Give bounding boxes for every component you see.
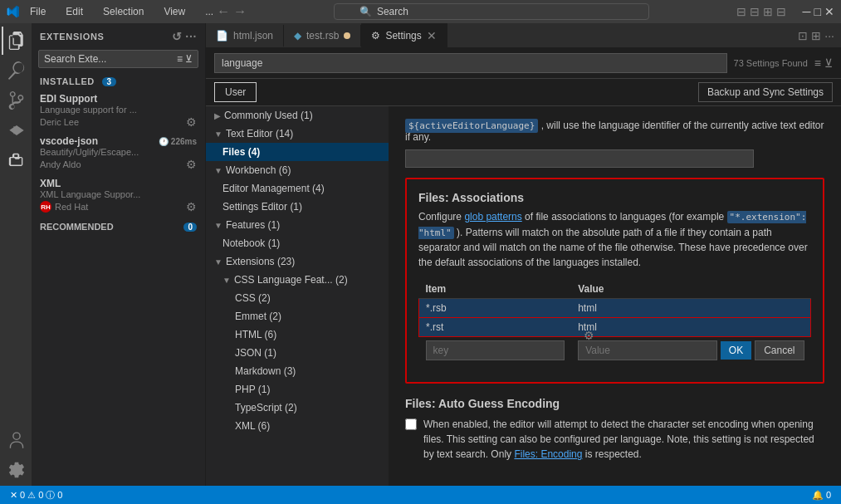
sidebar-more-icon[interactable]: ··· [185, 30, 197, 43]
vscode-logo [7, 5, 20, 18]
auto-guess-end: is respected. [585, 448, 642, 460]
nav-settings-editor[interactable]: Settings Editor (1) [206, 198, 389, 216]
assoc-row-rsb[interactable]: *.rsb html [419, 299, 811, 318]
menu-selection[interactable]: Selection [100, 4, 147, 19]
activity-search[interactable] [2, 56, 30, 85]
window-icon-1: ⊟ [736, 5, 746, 18]
settings-tab-user[interactable]: User [214, 82, 257, 102]
nav-css-features[interactable]: ▼ CSS Language Feat... (2) [206, 271, 389, 289]
nav-files-label: Files (4) [222, 146, 260, 158]
setting-gear-icon[interactable]: ⚙ [584, 329, 594, 342]
nav-notebook[interactable]: Notebook (1) [206, 234, 389, 252]
search-placeholder: Search Exte... [44, 53, 106, 65]
window-icon-2: ⊟ [750, 5, 760, 18]
nav-css[interactable]: CSS (2) [206, 289, 389, 307]
settings-filter-icon[interactable]: ≡ [814, 56, 821, 70]
activity-explorer[interactable] [2, 27, 30, 55]
file-assoc-desc-mid: of file associations to languages (for e… [525, 211, 726, 223]
ext-item-edi[interactable]: EDI Support Language support for ... Der… [32, 90, 205, 132]
edi-meta: Deric Lee ⚙ [40, 115, 197, 129]
warning-icon: ⚠ [27, 490, 36, 501]
status-notifications[interactable]: 🔔 0 [809, 490, 834, 501]
xml-info: XML XML Language Suppor... RH Red Hat ⚙ [40, 178, 197, 213]
nav-settings-editor-label: Settings Editor (1) [222, 201, 302, 213]
nav-php[interactable]: PHP (1) [206, 380, 389, 399]
maximize-btn[interactable]: □ [814, 5, 821, 18]
ext-item-vscode-json[interactable]: vscode-json 🕐 226ms Beautify/Uglify/Esca… [32, 132, 205, 174]
unsaved-dot [344, 32, 350, 39]
glob-patterns-link[interactable]: glob patterns [464, 211, 521, 223]
cancel-button[interactable]: Cancel [755, 340, 804, 360]
activity-account[interactable] [2, 426, 30, 454]
refresh-icon[interactable]: ↺ [172, 30, 183, 43]
menu-file[interactable]: File [27, 4, 49, 19]
files-encoding-link[interactable]: Files: Encoding [514, 448, 582, 460]
back-arrow[interactable]: ← [217, 4, 230, 19]
xml-gear[interactable]: ⚙ [186, 200, 197, 213]
activity-extensions[interactable] [2, 146, 30, 174]
activity-settings[interactable] [2, 456, 30, 484]
edi-gear[interactable]: ⚙ [186, 115, 197, 129]
file-assoc-desc: Configure glob patterns of file associat… [418, 209, 811, 270]
minimize-btn[interactable]: ─ [803, 5, 811, 18]
sidebar-search: Search Exte... ≡ ⊻ [32, 46, 205, 71]
chevron-right-icon: ▶ [214, 111, 221, 120]
menu-view[interactable]: View [160, 4, 188, 19]
nav-features[interactable]: ▼ Features (1) [206, 216, 389, 234]
col-item-header: Item [419, 280, 572, 299]
xml-desc: XML Language Suppor... [40, 189, 156, 199]
clear-search-icon[interactable]: ≡ [177, 53, 183, 65]
split-editor-icon[interactable]: ⊡ [798, 29, 808, 42]
status-bar: ✕ 0 ⚠ 0 ⓘ 0 🔔 0 [0, 486, 841, 504]
nav-json[interactable]: JSON (1) [206, 344, 389, 362]
auto-guess-checkbox[interactable] [405, 418, 417, 430]
settings-sort-icon[interactable]: ⊻ [824, 56, 833, 70]
nav-emmet[interactable]: Emmet (2) [206, 307, 389, 325]
tab-settings[interactable]: ⚙ Settings ✕ [361, 23, 447, 47]
nav-editor-management[interactable]: Editor Management (4) [206, 179, 389, 198]
assoc-item-rst: *.rst [419, 318, 572, 337]
menu-edit[interactable]: Edit [62, 4, 86, 19]
assoc-value-input[interactable] [578, 340, 717, 360]
layout-icon[interactable]: ⊞ [811, 29, 821, 42]
nav-xml[interactable]: XML (6) [206, 417, 389, 435]
menu-more[interactable]: ... [202, 4, 217, 19]
vscode-json-meta: Andy Aldo ⚙ [40, 158, 197, 171]
ext-item-xml[interactable]: XML XML Language Suppor... RH Red Hat ⚙ [32, 174, 205, 217]
ok-button[interactable]: OK [721, 341, 751, 360]
nav-markdown[interactable]: Markdown (3) [206, 362, 389, 380]
chevron-down-icon: ▼ [214, 130, 222, 139]
settings-sync-button[interactable]: Backup and Sync Settings [698, 82, 833, 102]
settings-tabs: User Backup and Sync Settings [206, 79, 841, 106]
nav-files[interactable]: Files (4) [206, 143, 389, 161]
tab-html-json[interactable]: 📄 html.json [206, 25, 284, 46]
tab-test-rsb[interactable]: ◆ test.rsb [284, 25, 361, 46]
nav-workbench[interactable]: ▼ Workbench (6) [206, 161, 389, 179]
nav-editor-management-label: Editor Management (4) [222, 183, 325, 194]
info-icon: ⓘ [46, 489, 55, 502]
nav-commonly-used[interactable]: ▶ Commonly Used (1) [206, 106, 389, 125]
filter-icon[interactable]: ⊻ [185, 53, 193, 65]
nav-text-editor[interactable]: ▼ Text Editor (14) [206, 125, 389, 143]
assoc-key-input[interactable] [426, 340, 565, 360]
nav-typescript[interactable]: TypeScript (2) [206, 399, 389, 417]
activity-source-control[interactable] [2, 86, 30, 115]
more-tabs-icon[interactable]: ··· [824, 29, 834, 42]
assoc-row-rst[interactable]: *.rst html [419, 318, 811, 337]
settings-tab-close[interactable]: ✕ [427, 29, 437, 42]
settings-filter-icons: ≡ ⊻ [814, 56, 833, 70]
status-errors[interactable]: ✕ 0 ⚠ 0 ⓘ 0 [7, 489, 66, 502]
settings-search-input[interactable] [214, 53, 727, 73]
title-search-box[interactable]: 🔍 Search [334, 3, 649, 20]
activity-run[interactable] [2, 116, 30, 144]
nav-html[interactable]: HTML (6) [206, 325, 389, 344]
xml-name: XML [40, 178, 197, 189]
nav-features-label: Features (1) [226, 219, 280, 231]
forward-arrow[interactable]: → [233, 4, 247, 19]
extension-search-box[interactable]: Search Exte... ≡ ⊻ [38, 50, 198, 68]
info-count: 0 [57, 490, 62, 500]
nav-extensions[interactable]: ▼ Extensions (23) [206, 252, 389, 271]
settings-toolbar: 73 Settings Found ≡ ⊻ [206, 48, 841, 79]
vscode-json-gear[interactable]: ⚙ [186, 158, 197, 171]
close-btn[interactable]: ✕ [824, 5, 834, 18]
